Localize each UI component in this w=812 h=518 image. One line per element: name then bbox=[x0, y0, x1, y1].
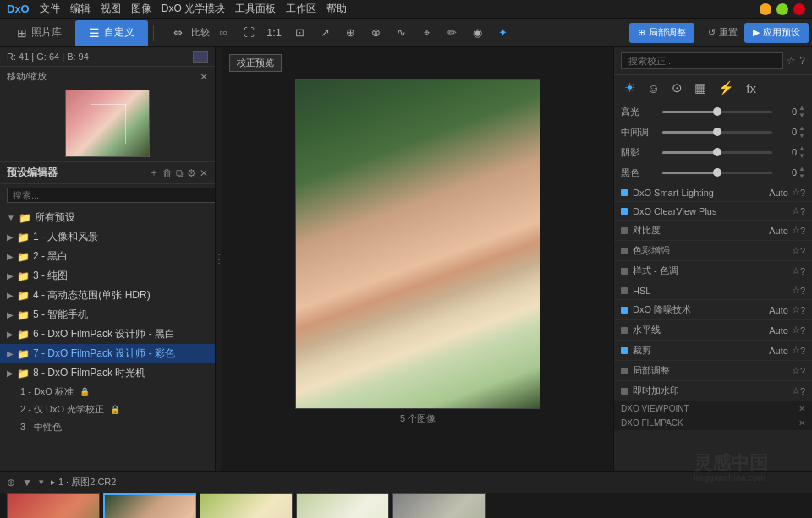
local-adj-help[interactable]: ? bbox=[800, 366, 805, 376]
midtones-thumb[interactable] bbox=[713, 128, 721, 136]
crop-help[interactable]: ? bbox=[800, 346, 805, 356]
circle-tool-button[interactable]: ⊙ bbox=[668, 79, 686, 97]
eye-tool[interactable]: ◉ bbox=[465, 23, 489, 43]
preset-add-button[interactable]: ＋ bbox=[149, 166, 159, 180]
blacks-up[interactable]: ▲ bbox=[798, 165, 805, 172]
menu-dxo-optics[interactable]: DxO 光学模块 bbox=[162, 2, 225, 16]
denoise-help[interactable]: ? bbox=[800, 305, 805, 315]
watermark-help[interactable]: ? bbox=[800, 386, 805, 396]
zoom-1-button[interactable]: 1:1 bbox=[262, 23, 286, 43]
highlights-up[interactable]: ▲ bbox=[798, 104, 805, 112]
hsl-help[interactable]: ? bbox=[800, 286, 805, 296]
filter-icon[interactable]: ▼ bbox=[22, 477, 32, 488]
side-by-side-button[interactable]: ▫▫ bbox=[211, 23, 235, 43]
grid-tool-button[interactable]: ▦ bbox=[691, 79, 710, 97]
shadows-up[interactable]: ▲ bbox=[798, 144, 805, 152]
preset-group-1[interactable]: ▶ 📁 1 - 人像和风景 bbox=[0, 227, 215, 247]
hsl-star[interactable]: ☆ bbox=[792, 285, 800, 296]
highlights-thumb[interactable] bbox=[713, 107, 721, 116]
thumb-item-1[interactable]: 原图1.dng bbox=[7, 493, 100, 518]
thumb-image-3[interactable] bbox=[200, 493, 293, 518]
menu-file[interactable]: 文件 bbox=[40, 2, 60, 16]
thumb-item-4[interactable]: 原图4.CR2 bbox=[296, 493, 389, 518]
thumb-image-4[interactable] bbox=[296, 493, 389, 518]
thumb-image-1[interactable] bbox=[7, 493, 100, 518]
main-image-preview[interactable] bbox=[295, 79, 540, 409]
color-enhance-star[interactable]: ☆ bbox=[792, 245, 800, 256]
color-picker[interactable]: ✦ bbox=[491, 23, 514, 43]
menu-image[interactable]: 图像 bbox=[131, 2, 151, 16]
star-icon[interactable]: ☆ bbox=[787, 55, 796, 67]
midtones-slider[interactable] bbox=[662, 131, 772, 134]
midtones-down[interactable]: ▼ bbox=[798, 132, 805, 139]
blacks-slider[interactable] bbox=[662, 172, 772, 174]
horizon-star[interactable]: ☆ bbox=[792, 324, 800, 335]
smart-lighting-star[interactable]: ☆ bbox=[792, 187, 800, 198]
denoise-star[interactable]: ☆ bbox=[792, 304, 800, 315]
fx-tool-button[interactable]: fx bbox=[743, 79, 760, 97]
straighten-tool[interactable]: ↗ bbox=[313, 23, 337, 43]
zoom-fit-button[interactable]: ⛶ bbox=[237, 23, 261, 43]
red-eye-tool[interactable]: ⊗ bbox=[364, 23, 387, 43]
person-tool-button[interactable]: ☺ bbox=[644, 79, 663, 97]
preset-group-8[interactable]: ▶ 📁 8 - DxO FilmPack 时光机 bbox=[0, 363, 215, 383]
blacks-thumb[interactable] bbox=[713, 168, 721, 177]
preset-group-2[interactable]: ▶ 📁 2 - 黑白 bbox=[0, 247, 215, 266]
preset-group-4[interactable]: ▶ 📁 4 - 高动态范围(单张 HDR) bbox=[0, 286, 215, 305]
preset-copy-button[interactable]: ⧉ bbox=[176, 167, 184, 179]
preset-group-5[interactable]: ▶ 📁 5 - 智能手机 bbox=[0, 305, 215, 324]
style-tone-star[interactable]: ☆ bbox=[792, 265, 800, 276]
close-button[interactable] bbox=[793, 3, 805, 15]
panel-divider[interactable]: ⋮ bbox=[216, 47, 222, 471]
menu-view[interactable]: 视图 bbox=[101, 2, 121, 16]
crop-star[interactable]: ☆ bbox=[792, 345, 800, 356]
highlights-down[interactable]: ▼ bbox=[798, 112, 805, 119]
color-enhance-help[interactable]: ? bbox=[800, 246, 805, 256]
local-adjustment-button[interactable]: ⊕ 局部调整 bbox=[629, 23, 694, 43]
tab-photolibrary[interactable]: ⊞ 照片库 bbox=[3, 20, 75, 46]
preset-group-all[interactable]: ▼ 📁 所有预设 bbox=[0, 208, 215, 227]
question-icon[interactable]: ? bbox=[799, 55, 805, 67]
shadows-thumb[interactable] bbox=[713, 148, 721, 156]
thumb-item-5[interactable]: 原图5.CR2 bbox=[392, 493, 486, 518]
preset-search-input[interactable] bbox=[7, 188, 215, 203]
crop-tool[interactable]: ⊡ bbox=[288, 23, 311, 43]
minimize-button[interactable] bbox=[760, 3, 771, 15]
apply-preset-button[interactable]: ▶ 应用预设 bbox=[744, 23, 809, 43]
thumb-item-3[interactable]: 原图3.CR2 bbox=[200, 493, 293, 518]
menu-tools[interactable]: 工具面板 bbox=[235, 2, 276, 16]
thumbnail-preview[interactable] bbox=[65, 90, 150, 157]
compare-label[interactable]: 比较 bbox=[191, 26, 210, 39]
thumb-image-5[interactable] bbox=[392, 493, 486, 518]
brush-tool[interactable]: ✏ bbox=[440, 23, 464, 43]
movezoom-close[interactable]: ✕ bbox=[200, 71, 208, 83]
preset-delete-button[interactable]: 🗑 bbox=[162, 167, 173, 179]
preset-fixed-2[interactable]: 2 - 仅 DxO 光学校正 🔒 bbox=[0, 401, 215, 418]
preset-group-3[interactable]: ▶ 📁 3 - 纯图 bbox=[0, 266, 215, 286]
correction-search-input[interactable] bbox=[621, 52, 783, 69]
preset-group-7[interactable]: ▶ 📁 7 - DxO FilmPack 设计师 - 彩色 bbox=[0, 344, 215, 363]
menu-help[interactable]: 帮助 bbox=[326, 2, 347, 16]
thumb-image-2[interactable] bbox=[103, 493, 196, 518]
clone-tool[interactable]: ⌖ bbox=[414, 23, 438, 43]
clearview-star[interactable]: ☆ bbox=[792, 205, 800, 216]
sun-tool-button[interactable]: ☀ bbox=[621, 79, 639, 97]
correction-preview-button[interactable]: 校正预览 bbox=[229, 54, 282, 72]
preset-settings-button[interactable]: ⚙ bbox=[187, 167, 196, 179]
shadows-slider[interactable] bbox=[662, 151, 772, 154]
smart-lighting-help[interactable]: ? bbox=[800, 188, 805, 198]
midtones-up[interactable]: ▲ bbox=[798, 124, 805, 132]
clearview-help[interactable]: ? bbox=[800, 206, 805, 216]
contrast-help[interactable]: ? bbox=[800, 226, 805, 236]
menu-edit[interactable]: 编辑 bbox=[70, 2, 91, 16]
flash-tool-button[interactable]: ⚡ bbox=[715, 79, 738, 97]
nav-back-button[interactable]: ⊕ bbox=[7, 477, 15, 488]
maximize-button[interactable] bbox=[776, 3, 788, 15]
horizon-help[interactable]: ? bbox=[800, 325, 805, 335]
preset-group-6[interactable]: ▶ 📁 6 - DxO FilmPack 设计师 - 黑白 bbox=[0, 324, 215, 344]
reset-button[interactable]: ↺ 重置 bbox=[701, 23, 744, 43]
filter-label[interactable]: ▾ bbox=[39, 477, 44, 488]
compare-button[interactable]: ⇔ bbox=[166, 23, 189, 43]
tab-custom[interactable]: ☰ 自定义 bbox=[75, 20, 148, 46]
blacks-down[interactable]: ▼ bbox=[798, 172, 805, 180]
